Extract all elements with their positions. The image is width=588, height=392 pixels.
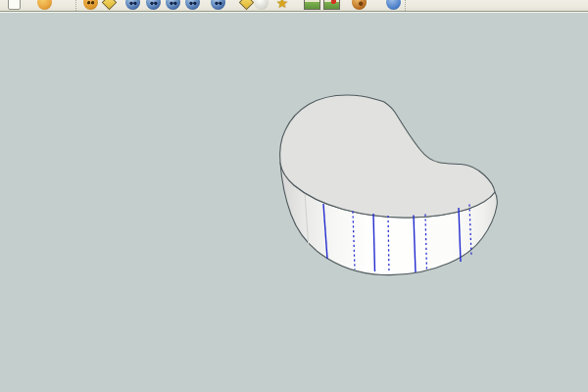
blue-ball-icon[interactable]: [386, 0, 401, 10]
blue-sphere-3-icon[interactable]: [166, 0, 180, 10]
terrain-2-icon[interactable]: [323, 0, 340, 10]
gold-star-icon[interactable]: ★: [274, 0, 290, 11]
globe-icon[interactable]: [352, 0, 367, 10]
toolbar: ★: [0, 0, 588, 12]
viewport-3d-canvas[interactable]: [0, 13, 588, 392]
gold-diamond-2-icon[interactable]: [239, 0, 255, 10]
toolbar-separator: [75, 0, 76, 11]
viewport-3d[interactable]: [0, 13, 588, 392]
blue-sphere-4-icon[interactable]: [185, 0, 200, 10]
orange-face-ball-icon[interactable]: [83, 0, 98, 10]
gold-ball-icon[interactable]: [37, 0, 52, 10]
blue-sphere-5-icon[interactable]: [211, 0, 225, 10]
gray-ball-icon[interactable]: [254, 0, 269, 10]
toolbar-separator: [405, 0, 406, 11]
toolbar-highlight: [0, 12, 588, 13]
gold-diamond-1-icon[interactable]: [102, 0, 118, 10]
terrain-1-icon[interactable]: [304, 0, 320, 10]
blue-sphere-2-icon[interactable]: [146, 0, 161, 10]
document-icon[interactable]: [8, 0, 21, 10]
blue-sphere-1-icon[interactable]: [125, 0, 140, 10]
